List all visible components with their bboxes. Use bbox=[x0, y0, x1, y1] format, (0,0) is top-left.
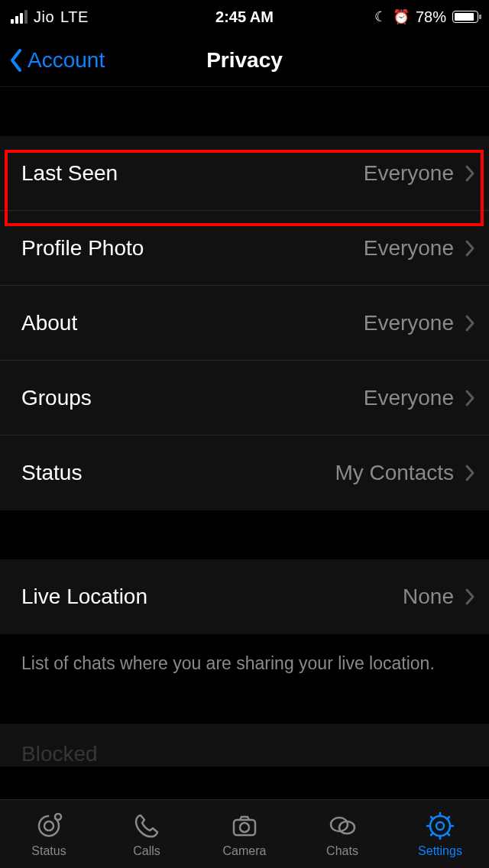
tab-camera[interactable]: Camera bbox=[196, 800, 293, 868]
camera-icon bbox=[229, 811, 260, 841]
status-bar: Jio LTE 2:45 AM ☾ ⏰ 78% bbox=[0, 0, 489, 34]
tab-calls[interactable]: Calls bbox=[98, 800, 196, 868]
clock-label: 2:45 AM bbox=[215, 8, 274, 26]
row-label: Last Seen bbox=[21, 161, 118, 186]
status-icon bbox=[34, 811, 64, 841]
tab-label: Status bbox=[31, 844, 66, 858]
tab-settings[interactable]: Settings bbox=[391, 800, 489, 868]
row-groups[interactable]: Groups Everyone bbox=[0, 361, 489, 436]
tab-label: Calls bbox=[133, 844, 160, 858]
row-label: Profile Photo bbox=[21, 236, 144, 261]
battery-percent-label: 78% bbox=[416, 8, 446, 26]
nav-bar: Account Privacy bbox=[0, 34, 489, 87]
row-about[interactable]: About Everyone bbox=[0, 286, 489, 361]
row-label: About bbox=[21, 311, 77, 335]
back-label: Account bbox=[28, 48, 105, 73]
row-profile-photo[interactable]: Profile Photo Everyone bbox=[0, 211, 489, 286]
chevron-right-icon bbox=[465, 389, 475, 407]
row-value: Everyone bbox=[364, 161, 454, 186]
page-title: Privacy bbox=[206, 48, 283, 73]
row-label: Blocked bbox=[21, 742, 98, 766]
alarm-icon: ⏰ bbox=[393, 8, 410, 25]
tab-chats[interactable]: Chats bbox=[293, 800, 391, 868]
row-status[interactable]: Status My Contacts bbox=[0, 436, 489, 510]
row-value: Everyone bbox=[364, 386, 454, 410]
row-live-location[interactable]: Live Location None bbox=[0, 559, 489, 634]
chevron-right-icon bbox=[465, 588, 475, 606]
tab-bar: Status Calls Camera Chats bbox=[0, 799, 489, 868]
svg-point-2 bbox=[55, 814, 61, 820]
battery-icon bbox=[452, 11, 478, 23]
chevron-right-icon bbox=[465, 314, 475, 332]
back-button[interactable]: Account bbox=[0, 48, 105, 73]
svg-point-8 bbox=[436, 822, 444, 830]
svg-point-1 bbox=[44, 821, 53, 831]
carrier-label: Jio bbox=[34, 8, 54, 26]
signal-strength-icon bbox=[11, 10, 28, 24]
chevron-right-icon bbox=[465, 164, 475, 183]
tab-label: Chats bbox=[326, 844, 358, 858]
row-value: My Contacts bbox=[335, 461, 454, 485]
svg-point-4 bbox=[240, 823, 249, 832]
network-label: LTE bbox=[60, 8, 89, 26]
chevron-right-icon bbox=[465, 464, 475, 482]
tab-label: Settings bbox=[418, 844, 462, 858]
do-not-disturb-icon: ☾ bbox=[374, 8, 387, 25]
calls-icon bbox=[131, 811, 162, 841]
row-last-seen[interactable]: Last Seen Everyone bbox=[0, 136, 489, 211]
row-value: None bbox=[403, 585, 454, 609]
row-value: Everyone bbox=[364, 311, 454, 335]
row-value: Everyone bbox=[364, 236, 454, 261]
tab-label: Camera bbox=[223, 844, 267, 858]
row-label: Status bbox=[21, 461, 82, 485]
chevron-left-icon bbox=[9, 48, 23, 73]
row-label: Live Location bbox=[21, 585, 147, 609]
tab-status[interactable]: Status bbox=[0, 800, 98, 868]
row-label: Groups bbox=[21, 386, 92, 410]
row-blocked[interactable]: Blocked bbox=[0, 724, 489, 766]
chats-icon bbox=[327, 811, 358, 841]
live-location-footer: List of chats where you are sharing your… bbox=[0, 634, 489, 693]
settings-icon bbox=[425, 811, 455, 841]
chevron-right-icon bbox=[465, 239, 475, 257]
